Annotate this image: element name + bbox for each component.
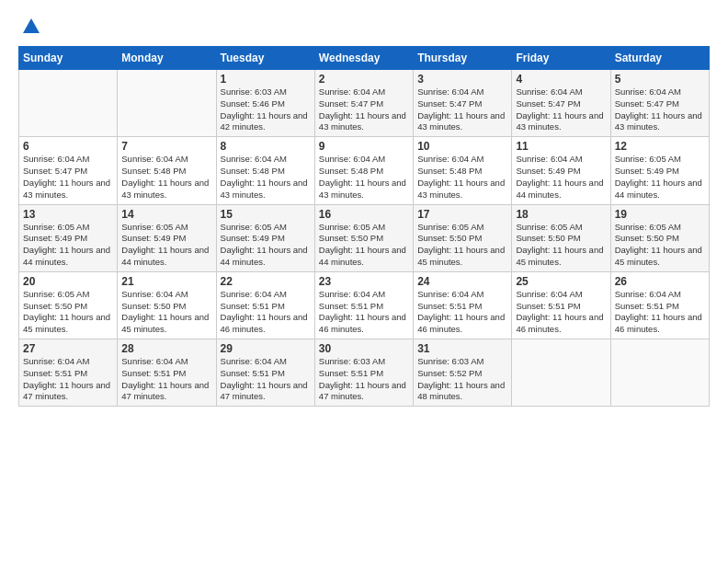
day-number: 3 xyxy=(417,73,507,86)
calendar-cell xyxy=(512,339,610,407)
day-info: Sunrise: 6:05 AMSunset: 5:50 PMDaylight:… xyxy=(417,222,507,269)
col-header-tuesday: Tuesday xyxy=(216,47,314,70)
calendar-week-row: 13Sunrise: 6:05 AMSunset: 5:49 PMDayligh… xyxy=(19,204,710,271)
calendar-cell: 14Sunrise: 6:05 AMSunset: 5:49 PMDayligh… xyxy=(118,204,216,271)
calendar-cell: 31Sunrise: 6:03 AMSunset: 5:52 PMDayligh… xyxy=(414,339,512,407)
day-info: Sunrise: 6:03 AMSunset: 5:52 PMDaylight:… xyxy=(417,356,507,403)
day-number: 21 xyxy=(121,275,211,288)
calendar-cell: 4Sunrise: 6:04 AMSunset: 5:47 PMDaylight… xyxy=(512,70,610,137)
day-number: 5 xyxy=(615,73,705,86)
calendar-cell: 29Sunrise: 6:04 AMSunset: 5:51 PMDayligh… xyxy=(216,339,314,407)
calendar-cell xyxy=(610,339,709,407)
calendar-cell: 13Sunrise: 6:05 AMSunset: 5:49 PMDayligh… xyxy=(19,204,118,271)
day-number: 13 xyxy=(23,208,113,221)
day-number: 14 xyxy=(121,208,211,221)
day-info: Sunrise: 6:04 AMSunset: 5:48 PMDaylight:… xyxy=(221,154,311,201)
day-number: 16 xyxy=(319,208,409,221)
calendar-cell: 28Sunrise: 6:04 AMSunset: 5:51 PMDayligh… xyxy=(118,339,216,407)
calendar-cell: 22Sunrise: 6:04 AMSunset: 5:51 PMDayligh… xyxy=(216,271,314,339)
day-info: Sunrise: 6:04 AMSunset: 5:47 PMDaylight:… xyxy=(23,154,113,201)
calendar-cell: 2Sunrise: 6:04 AMSunset: 5:47 PMDaylight… xyxy=(314,70,413,137)
logo xyxy=(18,17,41,37)
day-number: 15 xyxy=(221,208,311,221)
day-number: 1 xyxy=(221,73,311,86)
day-number: 31 xyxy=(417,342,507,355)
day-info: Sunrise: 6:05 AMSunset: 5:50 PMDaylight:… xyxy=(319,222,409,269)
day-info: Sunrise: 6:04 AMSunset: 5:51 PMDaylight:… xyxy=(23,356,113,403)
day-info: Sunrise: 6:04 AMSunset: 5:47 PMDaylight:… xyxy=(319,86,409,133)
day-info: Sunrise: 6:04 AMSunset: 5:50 PMDaylight:… xyxy=(121,289,211,336)
calendar-cell: 10Sunrise: 6:04 AMSunset: 5:48 PMDayligh… xyxy=(414,137,512,204)
day-number: 27 xyxy=(23,342,113,355)
calendar-cell: 24Sunrise: 6:04 AMSunset: 5:51 PMDayligh… xyxy=(414,271,512,339)
day-info: Sunrise: 6:04 AMSunset: 5:47 PMDaylight:… xyxy=(615,86,705,133)
calendar-cell: 9Sunrise: 6:04 AMSunset: 5:48 PMDaylight… xyxy=(314,137,413,204)
day-number: 20 xyxy=(23,275,113,288)
col-header-wednesday: Wednesday xyxy=(314,47,413,70)
day-info: Sunrise: 6:05 AMSunset: 5:49 PMDaylight:… xyxy=(121,222,211,269)
day-number: 25 xyxy=(516,275,606,288)
day-info: Sunrise: 6:04 AMSunset: 5:51 PMDaylight:… xyxy=(516,289,606,336)
calendar-header-row: SundayMondayTuesdayWednesdayThursdayFrid… xyxy=(19,47,710,70)
day-info: Sunrise: 6:04 AMSunset: 5:49 PMDaylight:… xyxy=(516,154,606,201)
calendar-cell xyxy=(19,70,118,137)
day-info: Sunrise: 6:03 AMSunset: 5:46 PMDaylight:… xyxy=(221,86,311,133)
calendar-cell: 20Sunrise: 6:05 AMSunset: 5:50 PMDayligh… xyxy=(19,271,118,339)
col-header-saturday: Saturday xyxy=(610,47,709,70)
calendar-cell: 6Sunrise: 6:04 AMSunset: 5:47 PMDaylight… xyxy=(19,137,118,204)
day-number: 19 xyxy=(615,208,705,221)
calendar-cell: 3Sunrise: 6:04 AMSunset: 5:47 PMDaylight… xyxy=(414,70,512,137)
day-number: 9 xyxy=(319,140,409,153)
day-info: Sunrise: 6:05 AMSunset: 5:50 PMDaylight:… xyxy=(516,222,606,269)
day-info: Sunrise: 6:04 AMSunset: 5:51 PMDaylight:… xyxy=(615,289,705,336)
day-info: Sunrise: 6:04 AMSunset: 5:48 PMDaylight:… xyxy=(319,154,409,201)
day-info: Sunrise: 6:04 AMSunset: 5:48 PMDaylight:… xyxy=(417,154,507,201)
day-info: Sunrise: 6:04 AMSunset: 5:51 PMDaylight:… xyxy=(319,289,409,336)
day-number: 2 xyxy=(319,73,409,86)
day-info: Sunrise: 6:04 AMSunset: 5:47 PMDaylight:… xyxy=(417,86,507,133)
logo-text xyxy=(18,17,41,37)
day-number: 4 xyxy=(516,73,606,86)
header xyxy=(18,17,710,37)
day-info: Sunrise: 6:04 AMSunset: 5:51 PMDaylight:… xyxy=(221,356,311,403)
calendar-cell: 17Sunrise: 6:05 AMSunset: 5:50 PMDayligh… xyxy=(414,204,512,271)
calendar-cell: 15Sunrise: 6:05 AMSunset: 5:49 PMDayligh… xyxy=(216,204,314,271)
calendar-cell: 12Sunrise: 6:05 AMSunset: 5:49 PMDayligh… xyxy=(610,137,709,204)
day-number: 30 xyxy=(319,342,409,355)
calendar-week-row: 20Sunrise: 6:05 AMSunset: 5:50 PMDayligh… xyxy=(19,271,710,339)
day-info: Sunrise: 6:05 AMSunset: 5:50 PMDaylight:… xyxy=(23,289,113,336)
col-header-thursday: Thursday xyxy=(414,47,512,70)
calendar-week-row: 6Sunrise: 6:04 AMSunset: 5:47 PMDaylight… xyxy=(19,137,710,204)
calendar-cell: 19Sunrise: 6:05 AMSunset: 5:50 PMDayligh… xyxy=(610,204,709,271)
col-header-sunday: Sunday xyxy=(19,47,118,70)
calendar-cell: 30Sunrise: 6:03 AMSunset: 5:51 PMDayligh… xyxy=(314,339,413,407)
day-info: Sunrise: 6:05 AMSunset: 5:50 PMDaylight:… xyxy=(615,222,705,269)
col-header-monday: Monday xyxy=(118,47,216,70)
calendar-cell: 16Sunrise: 6:05 AMSunset: 5:50 PMDayligh… xyxy=(314,204,413,271)
calendar-cell: 27Sunrise: 6:04 AMSunset: 5:51 PMDayligh… xyxy=(19,339,118,407)
calendar-cell: 11Sunrise: 6:04 AMSunset: 5:49 PMDayligh… xyxy=(512,137,610,204)
day-info: Sunrise: 6:03 AMSunset: 5:51 PMDaylight:… xyxy=(319,356,409,403)
calendar-cell: 8Sunrise: 6:04 AMSunset: 5:48 PMDaylight… xyxy=(216,137,314,204)
page: SundayMondayTuesdayWednesdayThursdayFrid… xyxy=(0,0,728,563)
day-number: 26 xyxy=(615,275,705,288)
calendar-cell: 7Sunrise: 6:04 AMSunset: 5:48 PMDaylight… xyxy=(118,137,216,204)
day-info: Sunrise: 6:04 AMSunset: 5:51 PMDaylight:… xyxy=(221,289,311,336)
day-info: Sunrise: 6:04 AMSunset: 5:51 PMDaylight:… xyxy=(417,289,507,336)
day-info: Sunrise: 6:04 AMSunset: 5:48 PMDaylight:… xyxy=(121,154,211,201)
calendar-cell: 21Sunrise: 6:04 AMSunset: 5:50 PMDayligh… xyxy=(118,271,216,339)
day-number: 24 xyxy=(417,275,507,288)
day-number: 17 xyxy=(417,208,507,221)
calendar-week-row: 27Sunrise: 6:04 AMSunset: 5:51 PMDayligh… xyxy=(19,339,710,407)
svg-marker-0 xyxy=(23,18,40,33)
col-header-friday: Friday xyxy=(512,47,610,70)
calendar-cell: 23Sunrise: 6:04 AMSunset: 5:51 PMDayligh… xyxy=(314,271,413,339)
day-number: 8 xyxy=(221,140,311,153)
day-info: Sunrise: 6:04 AMSunset: 5:51 PMDaylight:… xyxy=(121,356,211,403)
day-number: 29 xyxy=(221,342,311,355)
day-info: Sunrise: 6:05 AMSunset: 5:49 PMDaylight:… xyxy=(221,222,311,269)
calendar-week-row: 1Sunrise: 6:03 AMSunset: 5:46 PMDaylight… xyxy=(19,70,710,137)
calendar-table: SundayMondayTuesdayWednesdayThursdayFrid… xyxy=(18,46,710,407)
calendar-cell: 26Sunrise: 6:04 AMSunset: 5:51 PMDayligh… xyxy=(610,271,709,339)
day-number: 6 xyxy=(23,140,113,153)
